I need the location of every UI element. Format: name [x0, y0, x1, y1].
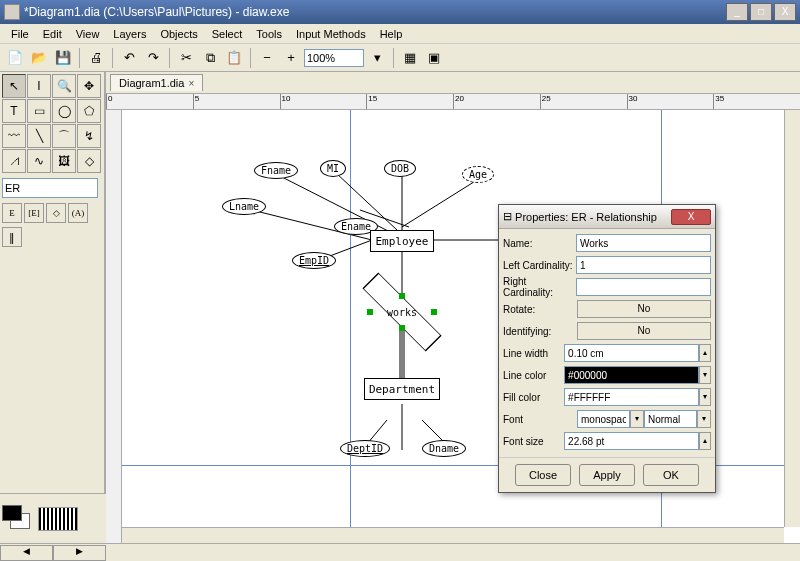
menu-view[interactable]: View	[69, 26, 107, 42]
input-name[interactable]	[576, 234, 711, 252]
box-tool-icon[interactable]: ▭	[27, 99, 51, 123]
ok-button[interactable]: OK	[643, 464, 699, 486]
line-tool-icon[interactable]: ╲	[27, 124, 51, 148]
attribute-dob[interactable]: DOB	[384, 160, 416, 177]
vertical-scrollbar[interactable]	[784, 110, 800, 527]
save-icon[interactable]: 💾	[52, 47, 74, 69]
close-button[interactable]: X	[774, 3, 796, 21]
image-tool-icon[interactable]: 🖼	[52, 149, 76, 173]
label-font: Font	[503, 414, 577, 425]
menu-input-methods[interactable]: Input Methods	[289, 26, 373, 42]
copy-icon[interactable]: ⧉	[199, 47, 221, 69]
text-tool-icon[interactable]: T	[2, 99, 26, 123]
label-fontsize: Font size	[503, 436, 564, 447]
toggle-rotate[interactable]: No	[577, 300, 711, 318]
spinner-fontsize[interactable]: ▴	[699, 432, 711, 450]
open-icon[interactable]: 📂	[28, 47, 50, 69]
dropdown-linecolor[interactable]: ▾	[699, 366, 711, 384]
menubar: File Edit View Layers Objects Select Too…	[0, 24, 800, 44]
polygon-tool-icon[interactable]: ⬠	[77, 99, 101, 123]
chevron-down-icon[interactable]: ▾	[366, 47, 388, 69]
zoom-out-icon[interactable]: −	[256, 47, 278, 69]
scroll-icon[interactable]: ✥	[77, 74, 101, 98]
er-attribute-icon[interactable]: (A)	[68, 203, 88, 223]
nav-arrows: ◀ ▶	[0, 545, 106, 561]
input-rightcard[interactable]	[576, 278, 711, 296]
close-button-dialog[interactable]: Close	[515, 464, 571, 486]
minimize-button[interactable]: _	[726, 3, 748, 21]
label-name: Name:	[503, 238, 576, 249]
toggle-identifying[interactable]: No	[577, 322, 711, 340]
er-weak-entity-icon[interactable]: [E]	[24, 203, 44, 223]
attribute-mi[interactable]: MI	[320, 160, 346, 177]
attribute-age[interactable]: Age	[462, 166, 494, 183]
status-bar: Selected 'Works'	[0, 543, 800, 561]
menu-objects[interactable]: Objects	[153, 26, 204, 42]
dialog-close-button[interactable]: X	[671, 209, 711, 225]
redo-icon[interactable]: ↷	[142, 47, 164, 69]
ellipse-tool-icon[interactable]: ◯	[52, 99, 76, 123]
line-pattern-swatch[interactable]	[38, 507, 78, 531]
zoom-in-icon[interactable]: +	[280, 47, 302, 69]
fg-color-swatch[interactable]	[2, 505, 22, 521]
input-leftcard[interactable]	[576, 256, 711, 274]
horizontal-scrollbar[interactable]	[122, 527, 784, 543]
nav-left-icon[interactable]: ◀	[0, 545, 53, 561]
bezierline-tool-icon[interactable]: ∿	[27, 149, 51, 173]
er-relationship-icon[interactable]: ◇	[46, 203, 66, 223]
select-font[interactable]	[577, 410, 630, 428]
tab-close-icon[interactable]: ×	[188, 78, 194, 89]
maximize-button[interactable]: □	[750, 3, 772, 21]
dropdown-fontstyle[interactable]: ▾	[697, 410, 711, 428]
attribute-deptid[interactable]: DeptID	[340, 440, 390, 457]
input-fontsize[interactable]	[564, 432, 699, 450]
attribute-empid[interactable]: EmpID	[292, 252, 336, 269]
relationship-works[interactable]: works	[370, 296, 434, 328]
er-entity-icon[interactable]: E	[2, 203, 22, 223]
snap-object-icon[interactable]: ▣	[423, 47, 445, 69]
paste-icon[interactable]: 📋	[223, 47, 245, 69]
window-title: *Diagram1.dia (C:\Users\Paul\Pictures) -…	[24, 5, 726, 19]
input-linecolor[interactable]	[564, 366, 699, 384]
menu-edit[interactable]: Edit	[36, 26, 69, 42]
entity-department[interactable]: Department	[364, 378, 440, 400]
select-fontstyle[interactable]	[644, 410, 697, 428]
participation-icon[interactable]: ‖	[2, 227, 22, 247]
snap-icon[interactable]: ▦	[399, 47, 421, 69]
input-fillcolor[interactable]	[564, 388, 699, 406]
attribute-dname[interactable]: Dname	[422, 440, 466, 457]
outline-tool-icon[interactable]: ◇	[77, 149, 101, 173]
magnify-icon[interactable]: 🔍	[52, 74, 76, 98]
zoom-input[interactable]	[304, 49, 364, 67]
attribute-lname[interactable]: Lname	[222, 198, 266, 215]
tab-diagram1[interactable]: Diagram1.dia ×	[110, 74, 203, 91]
menu-file[interactable]: File	[4, 26, 36, 42]
cut-icon[interactable]: ✂	[175, 47, 197, 69]
menu-layers[interactable]: Layers	[106, 26, 153, 42]
spinner-linewidth[interactable]: ▴	[699, 344, 711, 362]
dialog-icon: ⊟	[503, 210, 512, 223]
menu-help[interactable]: Help	[373, 26, 410, 42]
vertical-ruler	[106, 110, 122, 543]
menu-select[interactable]: Select	[205, 26, 250, 42]
new-icon[interactable]: 📄	[4, 47, 26, 69]
menu-tools[interactable]: Tools	[249, 26, 289, 42]
pointer-tool-icon[interactable]: ↖	[2, 74, 26, 98]
sheet-selector[interactable]	[2, 178, 98, 198]
dropdown-font[interactable]: ▾	[630, 410, 644, 428]
print-icon[interactable]: 🖨	[85, 47, 107, 69]
arc-tool-icon[interactable]: ⌒	[52, 124, 76, 148]
nav-right-icon[interactable]: ▶	[53, 545, 106, 561]
polyline-tool-icon[interactable]: ⩘	[2, 149, 26, 173]
input-linewidth[interactable]	[564, 344, 699, 362]
zigzag-tool-icon[interactable]: ↯	[77, 124, 101, 148]
entity-employee[interactable]: Employee	[370, 230, 434, 252]
text-cursor-icon[interactable]: I	[27, 74, 51, 98]
bezier-tool-icon[interactable]: 〰	[2, 124, 26, 148]
undo-icon[interactable]: ↶	[118, 47, 140, 69]
dropdown-fillcolor[interactable]: ▾	[699, 388, 711, 406]
window-titlebar: *Diagram1.dia (C:\Users\Paul\Pictures) -…	[0, 0, 800, 24]
properties-dialog[interactable]: ⊟ Properties: ER - Relationship X Name: …	[498, 204, 716, 493]
apply-button[interactable]: Apply	[579, 464, 635, 486]
attribute-fname[interactable]: Fname	[254, 162, 298, 179]
